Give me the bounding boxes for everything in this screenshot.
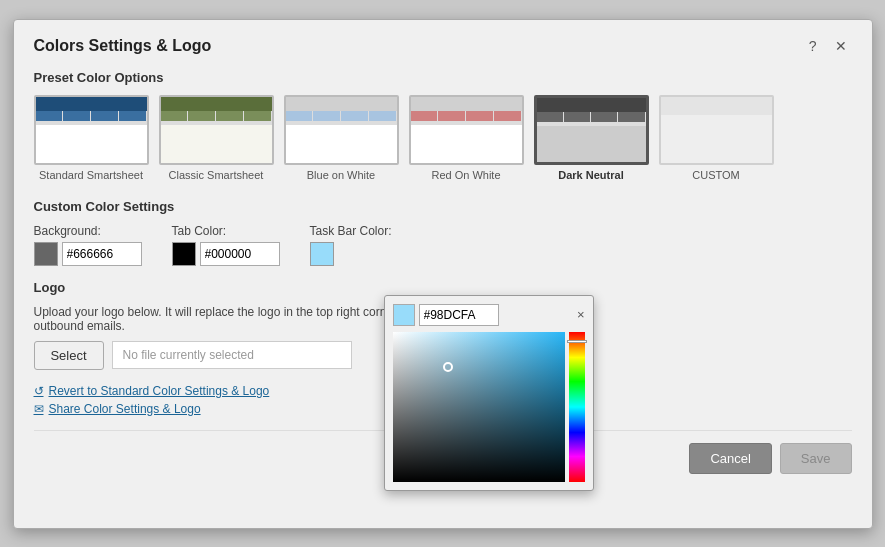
colors-settings-dialog: Colors Settings & Logo ? ✕ Preset Color … xyxy=(13,19,873,529)
picker-gradient-area xyxy=(393,332,585,482)
custom-section: Custom Color Settings Background: Tab Co… xyxy=(34,199,852,266)
share-icon: ✉ xyxy=(34,402,44,416)
select-file-button[interactable]: Select xyxy=(34,341,104,370)
taskbar-color-swatch[interactable] xyxy=(310,242,334,266)
preset-thumb-blue xyxy=(284,95,399,165)
tab-color-input[interactable] xyxy=(200,242,280,266)
preset-red[interactable]: Red On White xyxy=(409,95,524,181)
presets-row: Standard Smartsheet Classic Sma xyxy=(34,95,852,181)
close-button[interactable]: ✕ xyxy=(830,36,852,56)
preset-blue[interactable]: Blue on White xyxy=(284,95,399,181)
preset-label-custom: CUSTOM xyxy=(692,169,739,181)
picker-close-button[interactable]: × xyxy=(577,307,585,322)
preset-dark[interactable]: Dark Neutral xyxy=(534,95,649,181)
background-label: Background: xyxy=(34,224,142,238)
preset-classic[interactable]: Classic Smartsheet xyxy=(159,95,274,181)
dialog-controls: ? ✕ xyxy=(804,36,852,56)
preset-thumb-red xyxy=(409,95,524,165)
background-input[interactable] xyxy=(62,242,142,266)
preset-label-red: Red On White xyxy=(431,169,500,181)
preset-thumb-classic xyxy=(159,95,274,165)
dialog-titlebar: Colors Settings & Logo ? ✕ xyxy=(34,36,852,56)
tab-color-swatch[interactable] xyxy=(172,242,196,266)
preset-label-standard: Standard Smartsheet xyxy=(39,169,143,181)
tab-color-field: Tab Color: xyxy=(172,224,280,266)
revert-icon: ↺ xyxy=(34,384,44,398)
picker-current-swatch xyxy=(393,304,415,326)
picker-top-row: × xyxy=(393,304,585,326)
presets-section-label: Preset Color Options xyxy=(34,70,852,85)
background-field: Background: xyxy=(34,224,142,266)
tab-color-label: Tab Color: xyxy=(172,224,280,238)
taskbar-color-field: Task Bar Color: xyxy=(310,224,392,266)
picker-swatch-input xyxy=(393,304,499,326)
preset-thumb-dark xyxy=(534,95,649,165)
preset-thumb-standard xyxy=(34,95,149,165)
preset-custom[interactable]: CUSTOM xyxy=(659,95,774,181)
color-picker-popup: × xyxy=(384,295,594,491)
dialog-title: Colors Settings & Logo xyxy=(34,37,212,55)
preset-label-blue: Blue on White xyxy=(307,169,375,181)
preset-standard[interactable]: Standard Smartsheet xyxy=(34,95,149,181)
preset-label-classic: Classic Smartsheet xyxy=(169,169,264,181)
taskbar-color-label: Task Bar Color: xyxy=(310,224,392,238)
help-button[interactable]: ? xyxy=(804,36,822,56)
picker-main-gradient[interactable] xyxy=(393,332,565,482)
preset-label-dark: Dark Neutral xyxy=(558,169,623,181)
background-swatch[interactable] xyxy=(34,242,58,266)
picker-strip-marker xyxy=(567,340,587,343)
save-button[interactable]: Save xyxy=(780,443,852,474)
custom-section-label: Custom Color Settings xyxy=(34,199,852,214)
picker-hex-input[interactable] xyxy=(419,304,499,326)
picker-rainbow-strip[interactable] xyxy=(569,332,585,482)
picker-circle xyxy=(443,362,453,372)
cancel-button[interactable]: Cancel xyxy=(689,443,771,474)
preset-thumb-custom xyxy=(659,95,774,165)
file-placeholder: No file currently selected xyxy=(112,341,352,369)
logo-section-label: Logo xyxy=(34,280,852,295)
color-inputs-row: Background: Tab Color: Task Bar Color: xyxy=(34,224,852,266)
